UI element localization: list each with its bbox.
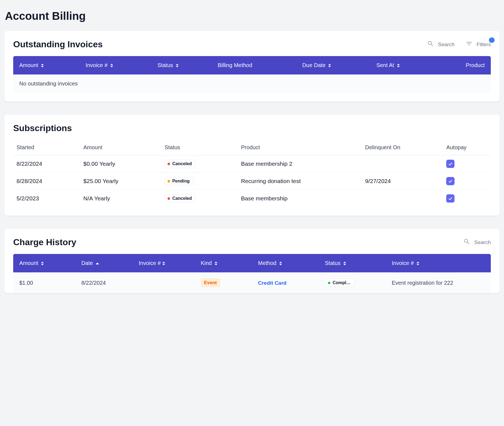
cell-delinquent: 9/27/2024 — [362, 173, 443, 190]
col-date[interactable]: Date — [75, 254, 133, 272]
col-autopay: Autopay — [443, 140, 491, 155]
col-status[interactable]: Status — [151, 56, 212, 74]
search-icon — [427, 40, 434, 49]
sort-icon — [41, 64, 44, 67]
cell-status: Compl… — [319, 272, 386, 293]
autopay-checkbox[interactable] — [446, 160, 454, 168]
method-link[interactable]: Credit Card — [258, 280, 286, 286]
table-row[interactable]: 8/28/2024$25.00 YearlyPendingRecurring d… — [13, 173, 491, 190]
charge-history-title: Charge History — [13, 237, 76, 247]
cell-amount: $1.00 — [13, 272, 75, 293]
cell-status: Canceled — [161, 190, 238, 207]
cell-autopay — [443, 173, 491, 190]
sort-icon — [110, 64, 113, 67]
col-due-date[interactable]: Due Date — [296, 56, 370, 74]
col-amount[interactable]: Amount — [13, 254, 75, 272]
status-dot-icon — [168, 163, 170, 165]
status-badge: Canceled — [165, 194, 195, 203]
cell-delinquent — [362, 155, 443, 173]
sort-icon — [41, 262, 44, 265]
col-product[interactable]: Product — [434, 56, 491, 74]
cell-kind: Event — [195, 272, 252, 293]
status-dot-icon — [168, 180, 170, 182]
invoices-filters-label: Filters — [476, 42, 491, 48]
sort-icon — [343, 262, 346, 265]
cell-autopay — [443, 190, 491, 207]
cell-amount: N/A Yearly — [80, 190, 161, 207]
sort-icon — [397, 64, 400, 67]
filters-count-badge: 1 — [489, 37, 495, 43]
sort-asc-icon — [96, 262, 99, 264]
col-method[interactable]: Method — [252, 254, 319, 272]
cell-amount: $0.00 Yearly — [80, 155, 161, 173]
col-kind[interactable]: Kind — [195, 254, 252, 272]
invoices-filters-button[interactable]: Filters 1 — [465, 40, 491, 49]
cell-started: 8/22/2024 — [13, 155, 80, 173]
autopay-checkbox[interactable] — [446, 177, 454, 185]
invoices-table: Amount Invoice # Status Billing Method D… — [13, 56, 491, 93]
sort-icon — [279, 262, 282, 265]
invoices-search-button[interactable]: Search — [427, 40, 454, 49]
subscriptions-table: Started Amount Status Product Delinquent… — [13, 140, 491, 207]
autopay-checkbox[interactable] — [446, 194, 454, 203]
outstanding-invoices-title: Outstanding Invoices — [13, 39, 103, 49]
col-sent-at[interactable]: Sent At — [370, 56, 434, 74]
cell-method: Credit Card — [252, 272, 319, 293]
page-title: Account Billing — [5, 10, 500, 22]
cell-product: Base membership — [238, 190, 362, 207]
status-badge: Canceled — [165, 160, 195, 168]
table-row[interactable]: $1.008/22/2024EventCredit CardCompl…Even… — [13, 272, 491, 293]
cell-status: Canceled — [161, 155, 238, 173]
status-badge: Compl… — [325, 279, 354, 287]
col-amount[interactable]: Amount — [13, 56, 80, 74]
cell-status: Pending — [161, 173, 238, 190]
table-row[interactable]: 5/2/2023N/A YearlyCanceledBase membershi… — [13, 190, 491, 207]
col-product: Product — [238, 140, 362, 155]
search-icon — [463, 238, 470, 247]
invoices-search-label: Search — [438, 42, 454, 48]
sort-icon — [328, 64, 331, 67]
subscriptions-card: Subscriptions Started Amount Status Prod… — [4, 115, 500, 216]
col-invoice-num-2[interactable]: Invoice # — [386, 254, 491, 272]
col-started: Started — [13, 140, 80, 155]
cell-started: 5/2/2023 — [13, 190, 80, 207]
cell-date: 8/22/2024 — [75, 272, 133, 293]
status-dot-icon — [168, 197, 170, 200]
cell-delinquent — [362, 190, 443, 207]
cell-description: Event registration for 222 — [386, 272, 491, 293]
cell-amount: $25.00 Yearly — [80, 173, 161, 190]
table-row[interactable]: 8/22/2024$0.00 YearlyCanceledBase member… — [13, 155, 491, 173]
sort-icon — [417, 262, 419, 265]
charges-table: Amount Date Invoice # Kind Method Status… — [13, 254, 491, 293]
charges-search-button[interactable]: Search — [463, 238, 491, 247]
filter-icon — [465, 40, 473, 49]
cell-started: 8/28/2024 — [13, 173, 80, 190]
outstanding-invoices-card: Outstanding Invoices Search Filters 1 Am… — [4, 31, 500, 102]
cell-invoice-num — [133, 272, 195, 293]
cell-product: Base membership 2 — [238, 155, 362, 173]
col-amount: Amount — [80, 140, 161, 155]
col-status[interactable]: Status — [319, 254, 386, 272]
subscriptions-title: Subscriptions — [13, 123, 72, 133]
sort-icon — [215, 262, 217, 265]
col-delinquent: Delinquent On — [362, 140, 443, 155]
cell-autopay — [443, 155, 491, 173]
col-invoice-num[interactable]: Invoice # — [80, 56, 151, 74]
col-invoice-num[interactable]: Invoice # — [133, 254, 195, 272]
status-dot-icon — [328, 282, 330, 284]
col-status: Status — [161, 140, 238, 155]
status-badge: Pending — [165, 177, 193, 185]
kind-badge: Event — [201, 278, 220, 287]
sort-icon — [162, 262, 165, 265]
sort-icon — [176, 64, 179, 67]
col-billing-method[interactable]: Billing Method — [212, 56, 296, 74]
charge-history-card: Charge History Search Amount Date Invoic… — [4, 229, 500, 293]
cell-product: Recurring donation test — [238, 173, 362, 190]
charges-search-label: Search — [474, 239, 491, 245]
invoices-empty: No outstanding invoices — [13, 74, 491, 93]
